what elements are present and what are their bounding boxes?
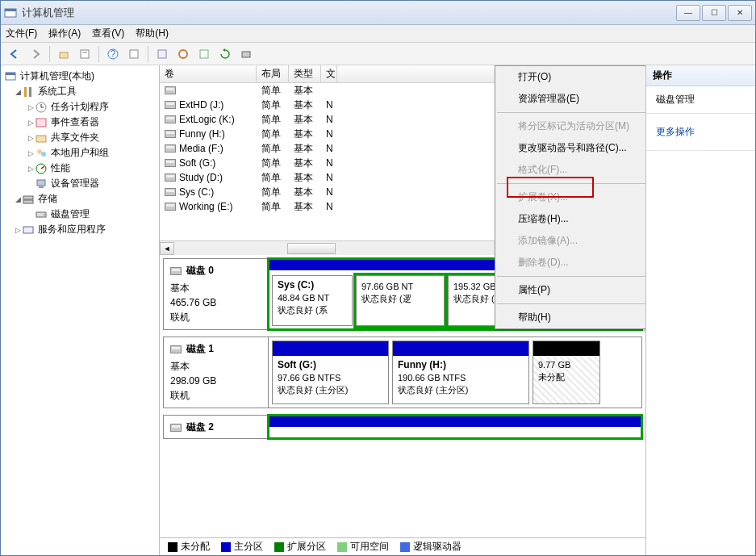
partition[interactable]: 97.66 GB NT状态良好 (逻 xyxy=(356,275,445,326)
legend-free: 可用空间 xyxy=(337,540,389,554)
tree-label: 磁盘管理 xyxy=(51,207,90,221)
disk-1-label[interactable]: 磁盘 1 基本298.09 GB联机 xyxy=(164,337,269,408)
up-button[interactable] xyxy=(55,45,73,63)
ctx-explorer[interactable]: 资源管理器(E) xyxy=(495,88,646,110)
svg-rect-8 xyxy=(158,50,166,58)
tree-device-manager[interactable]: 设备管理器 xyxy=(2,176,157,191)
volume-name: Soft (G:) xyxy=(179,157,215,169)
disk-name: 磁盘 0 xyxy=(186,264,214,278)
ctx-help[interactable]: 帮助(H) xyxy=(495,307,646,328)
tree-shared-folders[interactable]: ▷共享文件夹 xyxy=(2,130,157,145)
volume-type: 基本 xyxy=(289,98,321,112)
menu-file[interactable]: 文件(F) xyxy=(6,27,37,40)
volume-name: ExtLogic (K:) xyxy=(179,114,235,125)
volume-icon xyxy=(165,86,176,94)
svg-rect-14 xyxy=(24,87,27,97)
volume-layout: 简单 xyxy=(257,200,289,214)
col-type[interactable]: 类型 xyxy=(289,65,321,82)
scroll-left-button[interactable]: ◄ xyxy=(160,242,174,255)
col-fs[interactable]: 文 xyxy=(321,65,337,82)
svg-rect-15 xyxy=(29,87,31,97)
tree-event-viewer[interactable]: ▷事件查看器 xyxy=(2,115,157,130)
disk-0-label[interactable]: 磁盘 0 基本465.76 GB联机 xyxy=(164,259,269,329)
partition[interactable]: Funny (H:)190.66 GB NTFS状态良好 (主分区) xyxy=(392,341,529,404)
center-panel: 卷 布局 类型 文 简单基本ExtHD (J:)简单基本NExtLogic (K… xyxy=(160,65,646,555)
nav-tree: 计算机管理(本地) ◢系统工具 ▷任务计划程序 ▷事件查看器 ▷共享文件夹 ▷本… xyxy=(1,65,160,555)
tool-button-3[interactable] xyxy=(195,45,213,63)
tree-performance[interactable]: ▷性能 xyxy=(2,161,157,176)
volume-icon xyxy=(165,115,176,123)
tree-disk-management[interactable]: 磁盘管理 xyxy=(2,207,157,222)
view-list-button[interactable] xyxy=(125,45,143,63)
actions-section-title: 磁盘管理 xyxy=(646,86,755,114)
tree-local-users[interactable]: ▷本地用户和组 xyxy=(2,145,157,161)
volume-fs: N xyxy=(321,128,337,140)
disk-icon xyxy=(170,267,182,275)
col-layout[interactable]: 布局 xyxy=(257,65,289,82)
context-menu: 打开(O) 资源管理器(E) 将分区标记为活动分区(M) 更改驱动器号和路径(C… xyxy=(495,65,646,329)
svg-rect-11 xyxy=(242,52,250,57)
back-button[interactable] xyxy=(6,45,23,63)
help-button[interactable]: ? xyxy=(104,45,122,63)
svg-point-21 xyxy=(37,149,42,154)
tree-task-scheduler[interactable]: ▷任务计划程序 xyxy=(2,99,157,115)
ctx-open[interactable]: 打开(O) xyxy=(495,66,646,88)
actions-panel: 操作 磁盘管理 更多操作 xyxy=(646,65,755,555)
volume-name: Media (F:) xyxy=(179,143,223,154)
volume-icon xyxy=(165,159,176,167)
maximize-button[interactable]: ☐ xyxy=(702,5,726,21)
tool-button-1[interactable] xyxy=(153,45,171,63)
volume-name: ExtHD (J:) xyxy=(179,99,223,111)
partition[interactable]: Soft (G:)97.66 GB NTFS状态良好 (主分区) xyxy=(272,341,389,404)
titlebar: 计算机管理 — ☐ ✕ xyxy=(1,1,755,25)
volume-icon xyxy=(165,144,176,153)
tool-button-5[interactable] xyxy=(237,45,255,63)
more-actions-link[interactable]: 更多操作 xyxy=(656,120,746,144)
partition-name: Funny (H:) xyxy=(398,359,524,370)
ctx-shrink-volume[interactable]: 压缩卷(H)... xyxy=(495,208,646,230)
svg-rect-27 xyxy=(23,196,33,199)
volume-type: 基本 xyxy=(289,157,321,170)
svg-rect-1 xyxy=(5,9,16,11)
menu-help[interactable]: 帮助(H) xyxy=(136,27,169,40)
volume-icon xyxy=(165,101,176,109)
menu-view[interactable]: 查看(V) xyxy=(92,27,124,40)
tree-root[interactable]: 计算机管理(本地) xyxy=(2,69,157,84)
volume-layout: 简单 xyxy=(257,128,289,141)
tree-storage[interactable]: ◢存储 xyxy=(2,191,157,207)
volume-icon xyxy=(165,188,176,196)
partition-name: Sys (C:) xyxy=(278,279,347,291)
partition[interactable]: 9.77 GB未分配 xyxy=(533,341,600,404)
disk-2: 磁盘 2 xyxy=(163,415,642,439)
svg-point-9 xyxy=(179,50,187,58)
properties-button[interactable] xyxy=(76,45,94,63)
col-volume[interactable]: 卷 xyxy=(160,65,257,82)
window-title: 计算机管理 xyxy=(22,6,676,20)
app-icon xyxy=(4,6,17,19)
svg-text:?: ? xyxy=(111,48,116,60)
menu-action[interactable]: 操作(A) xyxy=(48,27,81,40)
forward-button[interactable] xyxy=(27,45,44,63)
refresh-button[interactable] xyxy=(216,45,234,63)
disk-1: 磁盘 1 基本298.09 GB联机 Soft (G:)97.66 GB NTF… xyxy=(163,337,642,408)
scroll-thumb[interactable] xyxy=(287,243,336,254)
tool-button-2[interactable] xyxy=(174,45,192,63)
disk-icon xyxy=(170,424,182,432)
tree-systools[interactable]: ◢系统工具 xyxy=(2,84,157,99)
tree-root-label: 计算机管理(本地) xyxy=(20,69,94,83)
legend: 未分配 主分区 扩展分区 可用空间 逻辑驱动器 xyxy=(160,537,645,555)
tree-label: 共享文件夹 xyxy=(51,131,99,144)
partition[interactable]: Sys (C:)48.84 GB NT状态良好 (系 xyxy=(272,275,353,326)
volume-layout: 简单 xyxy=(257,113,289,127)
minimize-button[interactable]: — xyxy=(676,5,700,21)
ctx-change-letter[interactable]: 更改驱动器号和路径(C)... xyxy=(495,137,646,159)
svg-rect-31 xyxy=(23,227,33,233)
ctx-properties[interactable]: 属性(P) xyxy=(495,279,646,301)
tree-label: 性能 xyxy=(51,161,70,175)
tree-services[interactable]: ▷服务和应用程序 xyxy=(2,222,157,237)
volume-layout: 简单 xyxy=(257,157,289,170)
disk-2-label[interactable]: 磁盘 2 xyxy=(164,416,269,438)
volume-type: 基本 xyxy=(289,113,321,127)
close-button[interactable]: ✕ xyxy=(728,5,752,21)
volume-type: 基本 xyxy=(289,142,321,156)
